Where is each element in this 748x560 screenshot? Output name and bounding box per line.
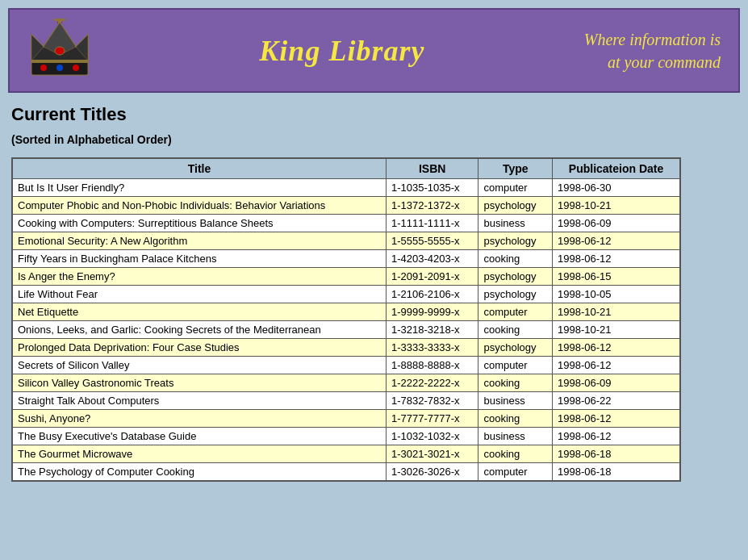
svg-point-3	[73, 65, 79, 71]
cell-title: Cooking with Computers: Surreptitious Ba…	[12, 215, 386, 232]
cell-isbn: 1-2091-2091-x	[386, 268, 478, 286]
cell-isbn: 1-4203-4203-x	[386, 250, 478, 268]
cell-date: 1998-06-18	[553, 445, 680, 463]
cell-date: 1998-06-12	[553, 250, 680, 268]
cell-date: 1998-06-12	[553, 339, 680, 357]
svg-point-2	[56, 65, 63, 71]
table-row: Net Etiquette1-9999-9999-xcomputer1998-1…	[12, 303, 680, 321]
col-date: Publicateion Date	[553, 158, 680, 179]
cell-type: cooking	[478, 410, 553, 428]
table-row: Cooking with Computers: Surreptitious Ba…	[12, 215, 680, 232]
cell-date: 1998-06-12	[553, 232, 680, 250]
crown-icon	[23, 19, 96, 83]
cell-type: cooking	[478, 445, 553, 463]
cell-type: psychology	[478, 232, 553, 250]
cell-type: business	[478, 428, 553, 445]
svg-rect-8	[54, 19, 65, 21]
site-title: King Library	[100, 34, 584, 68]
sort-subtitle: (Sorted in Alphabetical Order)	[11, 133, 737, 146]
cell-title: Prolonged Data Deprivation: Four Case St…	[12, 339, 386, 357]
cell-date: 1998-10-21	[553, 197, 680, 215]
cell-title: Life Without Fear	[12, 286, 386, 303]
page-title: Current Titles	[11, 104, 737, 125]
cell-title: The Psychology of Computer Cooking	[12, 463, 386, 482]
table-row: Emotional Security: A New Algorithm1-555…	[12, 232, 680, 250]
cell-title: Silicon Valley Gastronomic Treats	[12, 374, 386, 392]
table-row: Secrets of Silicon Valley1-8888-8888-xco…	[12, 357, 680, 374]
cell-date: 1998-06-18	[553, 463, 680, 482]
cell-date: 1998-06-22	[553, 392, 680, 410]
table-row: Silicon Valley Gastronomic Treats1-2222-…	[12, 374, 680, 392]
svg-point-12	[55, 47, 65, 55]
cell-date: 1998-06-12	[553, 357, 680, 374]
cell-date: 1998-10-21	[553, 321, 680, 339]
cell-type: psychology	[478, 339, 553, 357]
cell-isbn: 1-3021-3021-x	[386, 445, 478, 463]
cell-date: 1998-06-09	[553, 215, 680, 232]
cell-title: Secrets of Silicon Valley	[12, 357, 386, 374]
cell-date: 1998-10-05	[553, 286, 680, 303]
cell-isbn: 1-8888-8888-x	[386, 357, 478, 374]
cell-type: business	[478, 215, 553, 232]
table-row: Life Without Fear1-2106-2106-xpsychology…	[12, 286, 680, 303]
main-content: Current Titles (Sorted in Alphabetical O…	[0, 93, 748, 490]
cell-isbn: 1-1111-1111-x	[386, 215, 478, 232]
site-header: King Library Where information is at you…	[8, 8, 740, 93]
cell-type: computer	[478, 357, 553, 374]
cell-isbn: 1-1032-1032-x	[386, 428, 478, 445]
col-title: Title	[12, 158, 386, 179]
cell-date: 1998-06-12	[553, 428, 680, 445]
site-tagline: Where information is at your command	[584, 28, 729, 73]
cell-isbn: 1-3218-3218-x	[386, 321, 478, 339]
cell-title: But Is It User Friendly?	[12, 179, 386, 197]
cell-title: Is Anger the Enemy?	[12, 268, 386, 286]
cell-title: Emotional Security: A New Algorithm	[12, 232, 386, 250]
cell-isbn: 1-1372-1372-x	[386, 197, 478, 215]
cell-type: cooking	[478, 374, 553, 392]
cell-type: computer	[478, 303, 553, 321]
cell-title: The Gourmet Microwave	[12, 445, 386, 463]
cell-title: The Busy Executive's Database Guide	[12, 428, 386, 445]
cell-date: 1998-06-12	[553, 410, 680, 428]
cell-date: 1998-06-30	[553, 179, 680, 197]
svg-point-1	[40, 65, 47, 71]
cell-isbn: 1-7777-7777-x	[386, 410, 478, 428]
cell-type: computer	[478, 179, 553, 197]
table-row: Prolonged Data Deprivation: Four Case St…	[12, 339, 680, 357]
cell-isbn: 1-2222-2222-x	[386, 374, 478, 392]
cell-type: psychology	[478, 197, 553, 215]
cell-isbn: 1-3333-3333-x	[386, 339, 478, 357]
table-row: Straight Talk About Computers1-7832-7832…	[12, 392, 680, 410]
cell-title: Sushi, Anyone?	[12, 410, 386, 428]
table-row: Is Anger the Enemy?1-2091-2091-xpsycholo…	[12, 268, 680, 286]
table-row: Computer Phobic and Non-Phobic Individua…	[12, 197, 680, 215]
cell-date: 1998-10-21	[553, 303, 680, 321]
table-row: Sushi, Anyone?1-7777-7777-xcooking1998-0…	[12, 410, 680, 428]
cell-title: Computer Phobic and Non-Phobic Individua…	[12, 197, 386, 215]
logo	[19, 16, 100, 85]
cell-date: 1998-06-09	[553, 374, 680, 392]
cell-type: computer	[478, 463, 553, 482]
table-row: The Psychology of Computer Cooking1-3026…	[12, 463, 680, 482]
table-header-row: Title ISBN Type Publicateion Date	[12, 158, 680, 179]
table-row: But Is It User Friendly?1-1035-1035-xcom…	[12, 179, 680, 197]
cell-title: Fifty Years in Buckingham Palace Kitchen…	[12, 250, 386, 268]
table-row: The Busy Executive's Database Guide1-103…	[12, 428, 680, 445]
col-isbn: ISBN	[386, 158, 478, 179]
col-type: Type	[478, 158, 553, 179]
cell-title: Straight Talk About Computers	[12, 392, 386, 410]
cell-isbn: 1-7832-7832-x	[386, 392, 478, 410]
cell-isbn: 1-3026-3026-x	[386, 463, 478, 482]
cell-date: 1998-06-15	[553, 268, 680, 286]
cell-isbn: 1-1035-1035-x	[386, 179, 478, 197]
cell-type: cooking	[478, 250, 553, 268]
books-table: Title ISBN Type Publicateion Date But Is…	[11, 157, 681, 482]
cell-type: business	[478, 392, 553, 410]
table-row: Onions, Leeks, and Garlic: Cooking Secre…	[12, 321, 680, 339]
cell-isbn: 1-5555-5555-x	[386, 232, 478, 250]
cell-type: cooking	[478, 321, 553, 339]
table-row: Fifty Years in Buckingham Palace Kitchen…	[12, 250, 680, 268]
table-row: The Gourmet Microwave1-3021-3021-xcookin…	[12, 445, 680, 463]
cell-title: Onions, Leeks, and Garlic: Cooking Secre…	[12, 321, 386, 339]
cell-type: psychology	[478, 286, 553, 303]
